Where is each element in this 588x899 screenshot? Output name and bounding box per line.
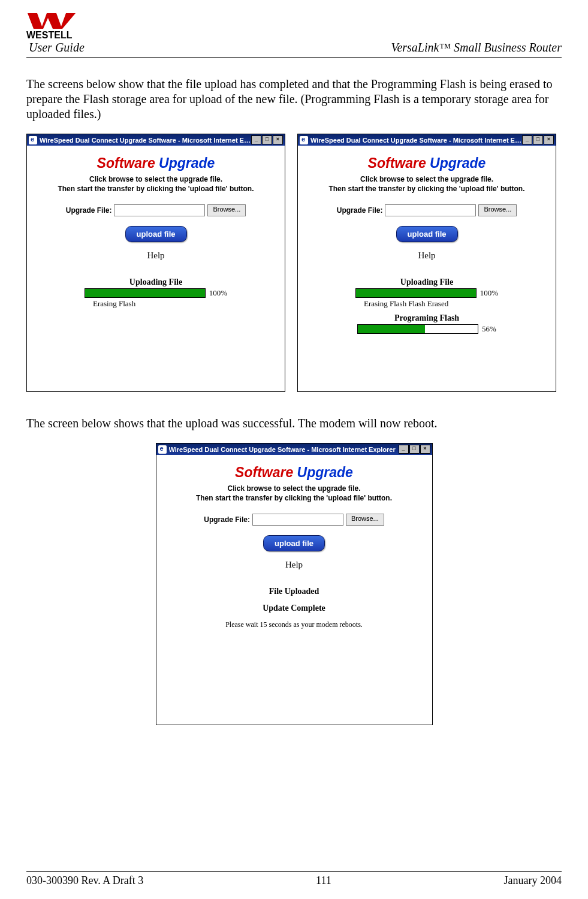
body-paragraph-2: The screen below shows that the upload w… bbox=[26, 416, 562, 431]
brand-text: WESTELL bbox=[26, 30, 73, 40]
upgrade-file-label: Upgrade File: bbox=[337, 206, 383, 215]
status-text: Erasing Flash bbox=[93, 299, 279, 309]
help-link[interactable]: Help bbox=[304, 251, 550, 261]
programming-flash-label: Programing Flash bbox=[304, 313, 550, 323]
product-title: VersaLink™ Small Business Router bbox=[391, 41, 562, 55]
upload-file-button[interactable]: upload file bbox=[125, 226, 187, 242]
progress-bar-flash bbox=[357, 324, 478, 334]
progress-fill bbox=[85, 289, 205, 297]
progress-bar-upload bbox=[355, 288, 477, 298]
maximize-button[interactable]: □ bbox=[533, 135, 543, 144]
minimize-button[interactable]: _ bbox=[399, 445, 409, 454]
close-button[interactable]: × bbox=[420, 445, 430, 454]
progress-bar bbox=[85, 288, 206, 298]
westell-logo-icon: WESTELL bbox=[26, 12, 110, 40]
screenshot-left: WireSpeed Dual Connect Upgrade Software … bbox=[26, 134, 285, 392]
logo-block: WESTELL User Guide bbox=[26, 12, 110, 55]
file-row: Upgrade File: Browse... bbox=[33, 204, 279, 216]
software-upgrade-title: Software Upgrade bbox=[304, 155, 550, 171]
screenshot-right: WireSpeed Dual Connect Upgrade Software … bbox=[297, 134, 556, 392]
software-upgrade-title: Software Upgrade bbox=[33, 155, 279, 171]
upgrade-file-label: Upgrade File: bbox=[204, 515, 250, 524]
browse-button[interactable]: Browse... bbox=[346, 514, 384, 526]
help-link[interactable]: Help bbox=[162, 560, 426, 570]
user-guide-label: User Guide bbox=[29, 41, 110, 55]
footer-right: January 2004 bbox=[504, 874, 562, 887]
maximize-button[interactable]: □ bbox=[262, 135, 272, 144]
titlebar: WireSpeed Dual Connect Upgrade Software … bbox=[27, 134, 285, 146]
minimize-button[interactable]: _ bbox=[522, 135, 532, 144]
ie-icon bbox=[29, 136, 37, 144]
upload-file-button[interactable]: upload file bbox=[263, 535, 325, 551]
body-paragraph-1: The screens below show that the file upl… bbox=[26, 77, 562, 122]
titlebar: WireSpeed Dual Connect Upgrade Software … bbox=[298, 134, 556, 146]
file-row: Upgrade File: Browse... bbox=[162, 514, 426, 526]
screenshot-bottom: WireSpeed Dual Connect Upgrade Software … bbox=[156, 443, 433, 725]
ie-icon bbox=[158, 445, 167, 454]
titlebar: WireSpeed Dual Connect Upgrade Software … bbox=[156, 444, 432, 455]
progress-section: Uploading File 100% Erasing Flash bbox=[33, 277, 279, 309]
file-uploaded-text: File Uploaded bbox=[162, 587, 426, 596]
progress-section: Uploading File 100% Erasing Flash Flash … bbox=[304, 277, 550, 334]
status-text-1: Erasing Flash Flash Erased bbox=[364, 299, 550, 309]
page-footer: 030-300390 Rev. A Draft 3 111 January 20… bbox=[26, 871, 562, 887]
upgrade-file-label: Upgrade File: bbox=[66, 206, 112, 215]
instructions: Click browse to select the upgrade file.… bbox=[33, 175, 279, 194]
update-complete-text: Update Complete bbox=[162, 604, 426, 613]
ie-icon bbox=[300, 136, 308, 144]
upgrade-file-input[interactable] bbox=[114, 204, 205, 216]
wait-text: Please wait 15 seconds as your modem reb… bbox=[162, 620, 426, 629]
upgrade-file-input[interactable] bbox=[385, 204, 476, 216]
screenshots-row: WireSpeed Dual Connect Upgrade Software … bbox=[26, 134, 562, 392]
minimize-button[interactable]: _ bbox=[251, 135, 261, 144]
upgrade-file-input[interactable] bbox=[252, 514, 343, 526]
progress-percent-2: 56% bbox=[482, 324, 496, 334]
close-button[interactable]: × bbox=[273, 135, 283, 144]
browse-button[interactable]: Browse... bbox=[478, 204, 517, 216]
browse-button[interactable]: Browse... bbox=[207, 204, 246, 216]
window-title: WireSpeed Dual Connect Upgrade Software … bbox=[310, 137, 522, 144]
window-title: WireSpeed Dual Connect Upgrade Software … bbox=[169, 446, 399, 453]
progress-percent-1: 100% bbox=[480, 288, 498, 298]
instructions: Click browse to select the upgrade file.… bbox=[162, 484, 426, 503]
close-button[interactable]: × bbox=[544, 135, 554, 144]
maximize-button[interactable]: □ bbox=[409, 445, 420, 454]
instructions: Click browse to select the upgrade file.… bbox=[304, 175, 550, 194]
footer-page-number: 111 bbox=[316, 874, 331, 887]
file-row: Upgrade File: Browse... bbox=[304, 204, 550, 216]
help-link[interactable]: Help bbox=[33, 251, 279, 261]
window-title: WireSpeed Dual Connect Upgrade Software … bbox=[40, 137, 251, 144]
page-header: WESTELL User Guide VersaLink™ Small Busi… bbox=[26, 12, 562, 58]
software-upgrade-title: Software Upgrade bbox=[162, 464, 426, 481]
uploading-file-label: Uploading File bbox=[304, 277, 550, 287]
uploading-file-label: Uploading File bbox=[33, 277, 279, 287]
upload-file-button[interactable]: upload file bbox=[396, 226, 458, 242]
footer-left: 030-300390 Rev. A Draft 3 bbox=[26, 874, 143, 887]
progress-fill bbox=[358, 325, 425, 333]
progress-fill bbox=[356, 289, 476, 297]
progress-percent: 100% bbox=[209, 288, 227, 298]
